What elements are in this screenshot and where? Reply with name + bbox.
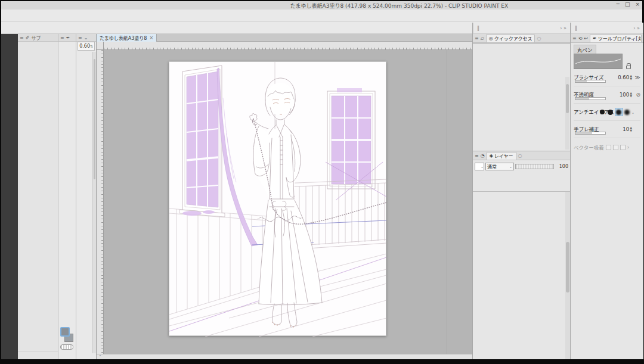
aa-weak[interactable]: [606, 108, 615, 116]
canvas-paper[interactable]: [169, 61, 386, 336]
command-bar: [1, 23, 472, 34]
pen-icon: ✒: [593, 36, 597, 41]
stabilization-row: 手ブレ補正 10▲▼: [574, 125, 640, 138]
brush-size-scrollbar[interactable]: [92, 52, 96, 353]
brush-size-value: 0.60: [79, 43, 90, 49]
current-subtool-label: 丸ペン: [574, 45, 596, 54]
stepper-icon[interactable]: ⇅: [90, 44, 93, 48]
layer-tab-bar: ≡ ◔ ◈ レイヤー ◌: [473, 151, 570, 160]
tool-property-tab-label: ツールプロパティ[丸: [598, 35, 642, 42]
chevron-right-icon[interactable]: ›: [627, 144, 629, 150]
stabilization-field[interactable]: 10▲▼: [623, 126, 632, 132]
vector-snap-option-2[interactable]: [613, 145, 618, 150]
color-wells: [58, 327, 76, 351]
brush-size-current[interactable]: 0.60⇅: [78, 42, 95, 51]
cloud-icon: ◔: [481, 153, 485, 158]
right-column-2: ‖ › » ≡ ⟲ ↩ ✒ ツールプロパティ[丸 丸ペン: [570, 23, 643, 359]
title-bar: たまゆし表紙A3塗り8 (417.98 x 524.00mm 350dpi 22…: [1, 1, 642, 10]
canvas-artwork[interactable]: [169, 62, 387, 337]
pen-icon: ✐: [26, 35, 30, 41]
tool-property-tab-bar: ≡ ⟲ ↩ ✒ ツールプロパティ[丸: [571, 34, 643, 43]
layer-color-swatch[interactable]: ⌄: [475, 163, 484, 170]
layer-list: [473, 192, 565, 359]
tool-palette-header[interactable]: ≡✒: [58, 34, 76, 42]
layer-lock-row: [473, 172, 570, 182]
search-icon[interactable]: ◌: [537, 36, 541, 41]
app-window: たまゆし表紙A3塗り8 (417.98 x 524.00mm 350dpi 22…: [0, 0, 644, 364]
blend-mode-select[interactable]: 通常 ⌄: [485, 163, 514, 170]
document-tab[interactable]: たまゆし表紙A3塗り8 ×: [97, 34, 157, 42]
subtool-header-label: サブ: [31, 35, 41, 41]
revert-icon[interactable]: ↩: [584, 36, 588, 41]
chevron-down-icon[interactable]: ⌄: [631, 110, 634, 114]
maximize-button[interactable]: □: [625, 1, 630, 7]
search-icon[interactable]: ◌: [518, 153, 522, 158]
scroll-corner-icon[interactable]: ⌃: [98, 354, 102, 359]
folder-icon: ▱: [481, 36, 484, 41]
menu-icon: ≡: [78, 35, 82, 41]
document-tab-close-icon[interactable]: ×: [149, 35, 153, 41]
vector-snap-option-1[interactable]: [606, 145, 611, 150]
blend-mode-value: 通常: [487, 163, 497, 170]
brush-stroke-preview: [574, 54, 623, 69]
vector-snap-option-3[interactable]: [620, 145, 626, 150]
vector-snap-label: ベクター吸着: [574, 144, 604, 151]
canvas-area: たまゆし表紙A3塗り8 ×: [97, 34, 472, 359]
layer-tab-label: レイヤー: [494, 153, 513, 159]
tool-property-body: 丸ペン ブラシサイズ 0.60▲▼ ≫ 不透明度 100▲▼: [571, 43, 643, 359]
menu-icon: ≡: [20, 35, 24, 41]
aa-medium[interactable]: [615, 108, 623, 116]
dock-collapse-icon[interactable]: › »: [633, 26, 640, 31]
close-button[interactable]: ×: [635, 1, 640, 7]
menu-icon[interactable]: ≡: [475, 153, 479, 158]
tool-property-tab[interactable]: ✒ ツールプロパティ[丸: [590, 35, 642, 42]
lock-icon[interactable]: [626, 66, 631, 69]
foreground-color-well[interactable]: [60, 327, 70, 337]
menu-icon[interactable]: ≡: [475, 36, 479, 41]
quick-access-tab[interactable]: ◎ クイックアクセス: [486, 35, 535, 42]
aa-none[interactable]: [598, 108, 606, 116]
brush-size-header[interactable]: ≡⌄: [76, 34, 96, 42]
opacity-slider[interactable]: [575, 97, 606, 100]
canvas-viewport[interactable]: [104, 50, 472, 354]
chevron-down-icon: ⌄: [481, 164, 484, 169]
tool-property-collapse-bar: ‖ › »: [571, 23, 643, 34]
layer-scrollbar[interactable]: [565, 192, 570, 359]
status-bar: ⌃: [97, 354, 472, 359]
current-tool-icon: ✒: [66, 35, 70, 41]
layer-opacity-value: 100: [555, 164, 568, 169]
vertical-ruler[interactable]: [97, 50, 104, 354]
dynamics-icon[interactable]: ≫: [635, 74, 640, 80]
menu-icon: ≡: [60, 35, 64, 41]
layer-tab[interactable]: ◈ レイヤー: [487, 152, 516, 160]
reset-icon[interactable]: ⟲: [578, 36, 583, 41]
subtool-palette-header[interactable]: ≡ ✐ サブ: [18, 34, 58, 42]
left-icon-rail: [1, 34, 18, 359]
dock-handle-icon[interactable]: ‖: [575, 26, 577, 31]
brush-size-field[interactable]: 0.60▲▼: [618, 74, 632, 80]
quick-access-scrollbar[interactable]: [565, 77, 569, 150]
no-dynamics-icon[interactable]: ⊘: [636, 92, 640, 98]
brush-size-slider[interactable]: [575, 80, 606, 83]
aa-strong[interactable]: [623, 108, 631, 116]
layer-opacity-slider[interactable]: [515, 164, 554, 169]
quick-access-collapse-bar: ‖ › »: [473, 23, 570, 34]
opacity-row: 不透明度 100▲▼ ⊘: [574, 91, 640, 104]
antialias-row: アンチエイリアス ⌄: [574, 108, 640, 121]
document-tab-bar: たまゆし表紙A3塗り8 ×: [97, 34, 472, 42]
stabilization-slider[interactable]: [575, 132, 606, 135]
transparent-color-well[interactable]: [60, 344, 73, 350]
document-tab-label: たまゆし表紙A3塗り8: [100, 35, 147, 41]
dock-collapse-icon[interactable]: › »: [560, 26, 566, 31]
menu-icon[interactable]: ≡: [572, 36, 577, 41]
quick-access-tab-label: クイックアクセス: [494, 35, 532, 42]
quick-access-set-tabs-2: [473, 43, 570, 44]
horizontal-ruler[interactable]: [104, 42, 472, 50]
dock-handle-icon[interactable]: ‖: [477, 26, 479, 31]
antialias-options: ⌄: [598, 108, 634, 116]
window-controls: ─ □ ×: [617, 1, 640, 7]
opacity-field[interactable]: 100▲▼: [620, 92, 632, 98]
minimize-button[interactable]: ─: [617, 1, 620, 7]
brush-size-palette: ≡⌄ 0.60⇅: [76, 34, 97, 359]
vector-snap-row: ベクター吸着 ›: [574, 144, 640, 151]
